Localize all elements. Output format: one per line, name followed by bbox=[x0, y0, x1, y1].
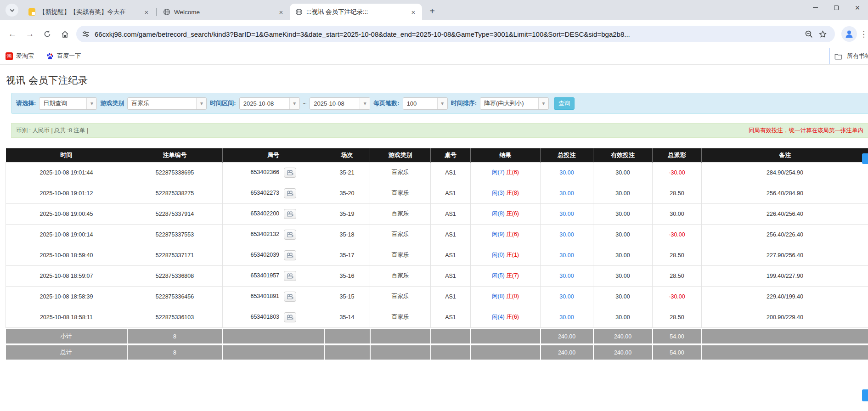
summary-bar: 币别 : 人民币 | 总共 :8 注单 | 同局有效投注，统一计算在该局第一张注… bbox=[11, 123, 868, 138]
bookmark-star-button[interactable] bbox=[816, 27, 829, 41]
cell-remark: 256.40/284.90 bbox=[702, 183, 868, 203]
cell-total-bet[interactable]: 30.00 bbox=[541, 162, 593, 183]
dropdown-arrow-icon[interactable]: ▼ bbox=[538, 98, 548, 109]
yellow-doc-icon bbox=[28, 8, 35, 16]
cell-table-id: AS1 bbox=[431, 224, 471, 245]
dropdown-arrow-icon[interactable]: ▼ bbox=[289, 98, 299, 109]
new-tab-button[interactable]: + bbox=[426, 5, 439, 17]
cell-round-id: 653401891 bbox=[223, 286, 324, 307]
cell-result: 闲(9) 庄(6) bbox=[471, 224, 541, 245]
all-bookmarks[interactable]: 所有书签 bbox=[829, 48, 868, 64]
per-page-select[interactable]: 100 ▼ bbox=[403, 97, 448, 110]
cell-payout: 28.50 bbox=[653, 265, 702, 286]
cell-total-bet[interactable]: 30.00 bbox=[541, 203, 593, 224]
cell-valid-bet: 30.00 bbox=[593, 286, 653, 307]
cell-total-bet[interactable]: 30.00 bbox=[541, 286, 593, 307]
date-tilde: ~ bbox=[303, 100, 307, 107]
sort-select[interactable]: 降幂(由大到小) ▼ bbox=[480, 97, 549, 110]
back-button[interactable]: ← bbox=[4, 25, 21, 43]
all-bookmarks-label: 所有书签 bbox=[847, 52, 868, 60]
video-icon bbox=[287, 211, 293, 217]
tab-close-icon[interactable]: × bbox=[409, 8, 417, 16]
cell-result: 闲(8) 庄(0) bbox=[471, 286, 541, 307]
cell-game-type: 百家乐 bbox=[370, 307, 431, 327]
chevron-down-icon bbox=[10, 7, 14, 12]
minimize-button[interactable] bbox=[805, 0, 826, 16]
cell-bet-id: 522875338275 bbox=[127, 183, 223, 203]
profile-avatar[interactable] bbox=[841, 26, 857, 42]
select-label: 请选择: bbox=[16, 99, 36, 107]
site-settings-icon[interactable] bbox=[82, 30, 90, 38]
cell-total-bet[interactable]: 30.00 bbox=[541, 265, 593, 286]
summary-note: 同局有效投注，统一计算在该局第一张注单内 bbox=[749, 127, 863, 135]
maximize-button[interactable] bbox=[826, 0, 847, 16]
column-header: 时间 bbox=[6, 148, 127, 162]
cell-game-type: 百家乐 bbox=[370, 183, 431, 203]
cell-payout: 30.00 bbox=[653, 203, 702, 224]
video-replay-button[interactable] bbox=[284, 188, 296, 198]
cell-round-id: 653402039 bbox=[223, 245, 324, 265]
column-header: 注单编号 bbox=[127, 148, 223, 162]
zoom-out-button[interactable] bbox=[802, 27, 816, 41]
cell-remark: 226.40/256.40 bbox=[702, 203, 868, 224]
video-replay-button[interactable] bbox=[284, 250, 296, 260]
person-icon bbox=[844, 28, 855, 39]
close-icon: × bbox=[855, 4, 860, 12]
tab-search-button[interactable] bbox=[6, 4, 18, 17]
foot-payout: 54.00 bbox=[653, 345, 702, 360]
close-button[interactable]: × bbox=[847, 0, 868, 16]
date-end-select[interactable]: 2025-10-08 ▼ bbox=[310, 97, 370, 110]
video-replay-button[interactable] bbox=[284, 292, 296, 302]
cell-time: 2025-10-08 19:01:12 bbox=[6, 183, 127, 203]
tab-welcome[interactable]: Welcome × bbox=[158, 4, 290, 20]
reload-button[interactable] bbox=[39, 25, 56, 43]
tab-close-icon[interactable]: × bbox=[277, 8, 285, 16]
video-replay-button[interactable] bbox=[284, 209, 296, 219]
cell-remark: 200.90/229.40 bbox=[702, 307, 868, 327]
query-type-select[interactable]: 日期查询 ▼ bbox=[39, 97, 97, 110]
cell-bet-id: 522875336808 bbox=[127, 265, 223, 286]
bookmark-label: 百度一下 bbox=[57, 52, 81, 60]
cell-game-type: 百家乐 bbox=[370, 245, 431, 265]
cell-game-type: 百家乐 bbox=[370, 203, 431, 224]
browser-menu-button[interactable]: ⋮ bbox=[860, 29, 863, 39]
home-button[interactable] bbox=[56, 25, 73, 43]
date-start-select[interactable]: 2025-10-08 ▼ bbox=[239, 97, 300, 110]
dropdown-arrow-icon[interactable]: ▼ bbox=[196, 98, 206, 109]
video-replay-button[interactable] bbox=[284, 271, 296, 281]
bookmark-baidu[interactable]: 百度一下 bbox=[46, 52, 81, 60]
url-text[interactable]: 66cxkj98.com/game/betrecord_search/kind3… bbox=[95, 30, 802, 38]
video-replay-button[interactable] bbox=[284, 230, 296, 240]
cell-session: 35-16 bbox=[324, 265, 370, 286]
tab-close-icon[interactable]: × bbox=[142, 8, 151, 16]
table-row: 2025-10-08 19:00:45 522875337914 6534022… bbox=[6, 203, 868, 224]
dropdown-arrow-icon[interactable]: ▼ bbox=[360, 98, 370, 109]
cell-remark: 199.40/227.90 bbox=[702, 265, 868, 286]
video-replay-button[interactable] bbox=[284, 312, 296, 322]
dropdown-arrow-icon[interactable]: ▼ bbox=[86, 98, 96, 109]
cell-total-bet[interactable]: 30.00 bbox=[541, 307, 593, 327]
dropdown-arrow-icon[interactable]: ▼ bbox=[437, 98, 447, 109]
search-button[interactable]: 查询 bbox=[554, 97, 575, 110]
date-end-value: 2025-10-08 bbox=[310, 100, 360, 107]
tab-forum[interactable]: 【新提醒】【实战有奖】今天在 × bbox=[23, 4, 155, 20]
tab-title: :::视讯 会员下注纪录::: bbox=[306, 8, 406, 16]
forward-button[interactable]: → bbox=[21, 25, 39, 43]
scroll-edge-button[interactable] bbox=[862, 153, 868, 164]
video-icon bbox=[287, 191, 293, 196]
cell-result: 闲(0) 庄(1) bbox=[471, 245, 541, 265]
cell-valid-bet: 30.00 bbox=[593, 265, 653, 286]
cell-total-bet[interactable]: 30.00 bbox=[541, 224, 593, 245]
video-icon bbox=[287, 170, 293, 175]
scroll-edge-button[interactable] bbox=[862, 389, 868, 401]
video-replay-button[interactable] bbox=[284, 168, 296, 178]
tab-bet-record[interactable]: :::视讯 会员下注纪录::: × bbox=[290, 4, 422, 20]
bookmark-taobao[interactable]: 淘 爱淘宝 bbox=[6, 52, 34, 60]
cell-total-bet[interactable]: 30.00 bbox=[541, 245, 593, 265]
cell-valid-bet: 30.00 bbox=[593, 307, 653, 327]
subtotal-row: 小计 8 240.00 240.00 54.00 bbox=[6, 329, 868, 343]
cell-total-bet[interactable]: 30.00 bbox=[541, 183, 593, 203]
table-row: 2025-10-08 18:58:11 522875336103 6534018… bbox=[6, 307, 868, 327]
game-type-select[interactable]: 百家乐 ▼ bbox=[127, 97, 207, 110]
address-bar[interactable]: 66cxkj98.com/game/betrecord_search/kind3… bbox=[76, 26, 835, 42]
